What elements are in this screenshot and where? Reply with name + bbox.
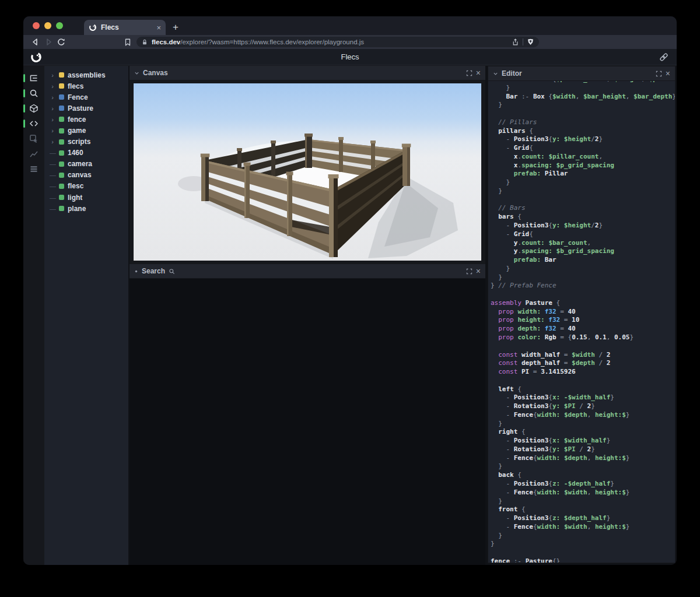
url-text: flecs.dev/explorer/?wasm=https://www.fle… bbox=[152, 38, 508, 45]
reload-icon[interactable] bbox=[55, 37, 68, 47]
code-line: - Position3{y: $height/2} bbox=[491, 135, 675, 144]
code-line: prop height: f32 = 10 bbox=[491, 316, 675, 325]
3d-viewport-fence-scene[interactable] bbox=[133, 83, 482, 261]
tree-item-1460[interactable]: —1460 bbox=[44, 148, 128, 159]
sidebar-item-cube-icon[interactable] bbox=[23, 101, 44, 116]
code-line: - Position3{z: -$depth_half} bbox=[491, 480, 675, 489]
tree-item-scripts[interactable]: ›scripts bbox=[44, 136, 128, 148]
close-icon[interactable]: × bbox=[666, 69, 670, 78]
tree-item-game[interactable]: ›game bbox=[44, 125, 128, 136]
search-magnifier-icon[interactable] bbox=[169, 268, 175, 275]
code-line: right { bbox=[491, 428, 675, 437]
fullscreen-icon[interactable] bbox=[466, 268, 473, 275]
entity-color-square bbox=[59, 83, 64, 89]
editor-panel-header: Editor × bbox=[488, 66, 675, 81]
bookmark-icon[interactable] bbox=[124, 38, 132, 47]
tree-item-flesc[interactable]: —flesc bbox=[44, 181, 128, 192]
brave-shield-icon[interactable] bbox=[527, 38, 534, 46]
sidebar-item-rows-icon[interactable] bbox=[23, 161, 44, 177]
expand-chevron-icon[interactable]: › bbox=[50, 127, 55, 134]
code-line: - Fence{width: $width, height:$} bbox=[491, 523, 675, 532]
tree-item-fence[interactable]: ›fence bbox=[44, 114, 128, 125]
tree-item-label: flecs bbox=[68, 82, 83, 90]
code-line: Pillar :- Box {$pillar_width, $height, $… bbox=[491, 81, 675, 84]
leaf-dash-icon: — bbox=[50, 149, 55, 156]
entity-color-square bbox=[59, 72, 64, 78]
code-editor-content[interactable]: Pillar :- Box {$pillar_width, $height, $… bbox=[488, 81, 675, 563]
expand-chevron-icon[interactable]: › bbox=[50, 72, 55, 79]
expand-chevron-icon[interactable]: › bbox=[50, 116, 55, 123]
chevron-down-icon[interactable] bbox=[134, 71, 139, 76]
browser-tab-flecs[interactable]: Flecs × bbox=[84, 20, 166, 35]
collapse-dot-icon[interactable] bbox=[134, 269, 138, 273]
code-line: // Bars bbox=[491, 204, 675, 213]
search-panel-header: Search × bbox=[130, 264, 485, 279]
entity-color-square bbox=[59, 206, 64, 211]
code-line bbox=[491, 342, 675, 351]
expand-chevron-icon[interactable]: › bbox=[50, 105, 55, 112]
chevron-down-icon[interactable] bbox=[493, 71, 498, 76]
back-icon[interactable] bbox=[29, 37, 42, 47]
tree-item-Fence[interactable]: ›Fence bbox=[44, 92, 128, 103]
code-line: x.count: $pillar_count, bbox=[491, 153, 675, 161]
code-line: assembly Pasture { bbox=[491, 299, 675, 308]
close-icon[interactable]: × bbox=[476, 69, 481, 77]
sidebar-item-code-icon[interactable] bbox=[23, 116, 44, 131]
close-window-button[interactable] bbox=[33, 22, 40, 29]
entity-color-square bbox=[59, 184, 64, 189]
editor-panel: Editor × Pillar :- Box {$pillar_width, $… bbox=[488, 66, 676, 563]
canvas-panel-body bbox=[130, 80, 485, 264]
sidebar-item-search-icon[interactable] bbox=[23, 86, 44, 101]
code-line: const PI = 3.1415926 bbox=[491, 368, 675, 377]
code-line: } bbox=[491, 273, 675, 282]
entity-color-square bbox=[59, 94, 64, 100]
expand-chevron-icon[interactable]: › bbox=[50, 138, 55, 145]
active-indicator bbox=[23, 89, 25, 97]
tree-item-camera[interactable]: —camera bbox=[44, 159, 128, 170]
code-icon bbox=[29, 119, 38, 128]
code-line: } bbox=[491, 462, 675, 471]
rows-icon bbox=[29, 164, 38, 174]
code-line: back { bbox=[491, 471, 675, 480]
share-link-icon[interactable] bbox=[659, 52, 668, 62]
entity-tree-panel: ›assemblies›flecs›Fence›Pasture›fence›ga… bbox=[44, 66, 129, 565]
tree-item-label: fence bbox=[68, 115, 86, 124]
forward-icon[interactable] bbox=[42, 37, 55, 47]
expand-chevron-icon[interactable]: › bbox=[50, 83, 55, 90]
tree-item-light[interactable]: —light bbox=[44, 192, 128, 203]
code-line: } bbox=[491, 101, 675, 110]
zoom-window-button[interactable] bbox=[56, 22, 63, 29]
leaf-dash-icon: — bbox=[50, 171, 55, 178]
tree-item-label: Fence bbox=[68, 93, 88, 101]
sidebar-item-chart-icon[interactable] bbox=[23, 146, 44, 161]
minimize-window-button[interactable] bbox=[44, 22, 51, 29]
tree-view-icon bbox=[29, 73, 38, 83]
sidebar-item-tree-view-icon[interactable] bbox=[23, 71, 44, 86]
sidebar-item-inspect-icon[interactable] bbox=[23, 131, 44, 146]
tree-item-flecs[interactable]: ›flecs bbox=[44, 80, 128, 92]
tree-item-Pasture[interactable]: ›Pasture bbox=[44, 103, 128, 114]
tree-item-assemblies[interactable]: ›assemblies bbox=[44, 69, 128, 80]
new-tab-button[interactable]: + bbox=[173, 20, 178, 35]
lock-icon bbox=[141, 38, 148, 46]
fullscreen-icon[interactable] bbox=[466, 70, 473, 76]
tree-item-plane[interactable]: —plane bbox=[44, 203, 128, 214]
tree-item-label: plane bbox=[68, 205, 86, 213]
code-line: } bbox=[491, 178, 675, 187]
tree-item-canvas[interactable]: —canvas bbox=[44, 170, 128, 181]
code-line bbox=[491, 196, 675, 205]
tab-favicon-flecs-logo-icon bbox=[89, 23, 97, 31]
tab-close-icon[interactable]: × bbox=[156, 23, 161, 32]
editor-body[interactable]: Pillar :- Box {$pillar_width, $height, $… bbox=[488, 81, 675, 563]
url-bar[interactable]: flecs.dev/explorer/?wasm=https://www.fle… bbox=[136, 37, 539, 47]
canvas-panel-title: Canvas bbox=[143, 69, 168, 77]
expand-chevron-icon[interactable]: › bbox=[50, 94, 55, 101]
code-line: prop color: Rgb = {0.15, 0.1, 0.05} bbox=[491, 333, 675, 342]
close-icon[interactable]: × bbox=[476, 267, 481, 275]
code-line: const width_half = $width / 2 bbox=[491, 351, 675, 360]
code-line: pillars { bbox=[491, 127, 675, 136]
fullscreen-icon[interactable] bbox=[656, 71, 662, 77]
entity-color-square bbox=[59, 150, 64, 156]
share-icon[interactable] bbox=[512, 38, 519, 46]
tab-title: Flecs bbox=[101, 23, 152, 31]
